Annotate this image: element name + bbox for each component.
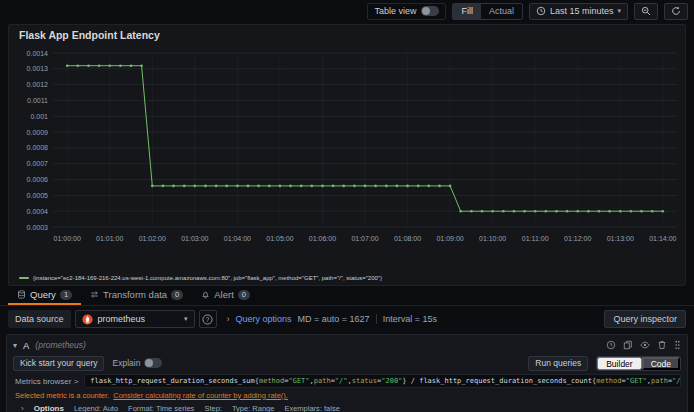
transform-icon <box>90 290 99 299</box>
chart-legend: {instance="ec2-184-169-216-224.us-west-1… <box>9 270 685 285</box>
panel-title[interactable]: Flask App Endpoint Latency <box>9 25 685 45</box>
chevron-right-icon[interactable]: › <box>21 404 24 412</box>
options-summary: Legend: AutoFormat: Time seriesStep:Type… <box>74 404 340 412</box>
svg-text:01:00:00: 01:00:00 <box>54 235 81 242</box>
query-options-toggle[interactable]: › Query options MD = auto = 1627 Interva… <box>227 314 437 324</box>
editor-tabs: Query 1 Transform data 0 Alert 0 <box>0 286 694 306</box>
svg-text:0.0014: 0.0014 <box>27 50 49 57</box>
builder-code-group: Builder Code <box>596 356 681 371</box>
svg-text:0.0005: 0.0005 <box>27 192 49 199</box>
svg-text:?: ? <box>206 315 210 322</box>
time-range-label: Last 15 minutes <box>550 6 614 16</box>
metrics-browser-row: Metrics browser > flask_http_request_dur… <box>13 373 681 389</box>
svg-text:0.0008: 0.0008 <box>27 144 49 151</box>
fill-actual-group: Fill Actual <box>452 3 523 20</box>
datasource-help-button[interactable]: ? <box>199 310 217 328</box>
legend-series-swatch <box>19 277 29 279</box>
duplicate-query-icon[interactable] <box>623 340 633 350</box>
promql-expression[interactable]: flask_http_request_duration_seconds_sum{… <box>90 377 681 385</box>
latency-panel: Flask App Endpoint Latency 0.00140.00130… <box>8 24 686 286</box>
counter-warning-row: Selected metric is a counter. Consider c… <box>13 389 681 401</box>
panel-editor-toolbar: Table view Fill Actual Last 15 minutes ▾ <box>0 0 694 22</box>
svg-text:0.0009: 0.0009 <box>27 129 49 136</box>
tab-query-label: Query <box>30 289 56 300</box>
counter-warning-text: Selected metric is a counter. <box>15 391 109 400</box>
query-options-label: Query options <box>236 314 292 324</box>
explain-toggle-group: Explain <box>112 358 162 368</box>
metrics-browser-button[interactable]: Metrics browser > <box>13 377 78 386</box>
svg-text:01:14:00: 01:14:00 <box>649 235 676 242</box>
query-editor-card: ▾ A (prometheus) Kick start your query E… <box>6 334 688 412</box>
time-range-picker[interactable]: Last 15 minutes ▾ <box>529 3 628 20</box>
tab-alert-count: 0 <box>238 290 250 300</box>
promql-editor[interactable]: flask_http_request_duration_seconds_sum{… <box>84 374 681 388</box>
query-options-md: MD = auto = 1627 <box>298 314 370 324</box>
tab-query-count: 1 <box>60 290 72 300</box>
disable-query-eye-icon[interactable] <box>640 340 650 350</box>
delete-query-trash-icon[interactable] <box>657 340 667 350</box>
svg-text:01:05:00: 01:05:00 <box>266 235 293 242</box>
actual-button[interactable]: Actual <box>481 4 522 19</box>
database-icon <box>17 290 26 299</box>
svg-text:0.0013: 0.0013 <box>27 65 49 72</box>
svg-text:0.0007: 0.0007 <box>27 160 49 167</box>
chevron-down-icon: ▾ <box>184 315 188 323</box>
svg-text:01:11:00: 01:11:00 <box>522 235 549 242</box>
chart-area: 0.00140.00130.00120.00110.0010.00090.000… <box>9 45 685 270</box>
tab-transform-data[interactable]: Transform data 0 <box>81 286 192 305</box>
latency-chart[interactable]: 0.00140.00130.00120.00110.0010.00090.000… <box>9 45 685 257</box>
svg-text:01:03:00: 01:03:00 <box>181 235 208 242</box>
collapse-chevron-icon[interactable]: ▾ <box>13 341 17 350</box>
options-label[interactable]: Options <box>34 404 64 412</box>
refresh-icon <box>671 6 681 16</box>
datasource-select[interactable]: prometheus ▾ <box>75 310 195 328</box>
clock-icon <box>536 6 546 16</box>
magnifier-minus-icon <box>641 6 651 16</box>
datasource-value: prometheus <box>98 314 179 324</box>
query-inspector-button[interactable]: Query inspector <box>604 310 686 328</box>
query-options-interval: Interval = 15s <box>376 314 437 324</box>
svg-text:01:02:00: 01:02:00 <box>139 235 166 242</box>
counter-warning-link[interactable]: Consider calculating rate of counter by … <box>113 391 288 400</box>
query-datasource-hint: (prometheus) <box>35 340 86 350</box>
svg-text:0.0004: 0.0004 <box>27 208 49 215</box>
svg-text:0.0011: 0.0011 <box>27 97 48 104</box>
explain-switch[interactable] <box>144 358 162 368</box>
legend-series-label[interactable]: {instance="ec2-184-169-216-224.us-west-1… <box>33 275 382 281</box>
svg-text:0.0012: 0.0012 <box>27 81 49 88</box>
svg-text:01:01:00: 01:01:00 <box>96 235 123 242</box>
table-view-toggle-group[interactable]: Table view <box>367 3 446 20</box>
kick-start-query-button[interactable]: Kick start your query <box>13 356 104 371</box>
svg-text:01:08:00: 01:08:00 <box>394 235 421 242</box>
code-button[interactable]: Code <box>642 357 680 370</box>
svg-text:01:12:00: 01:12:00 <box>564 235 591 242</box>
table-view-switch[interactable] <box>421 6 439 16</box>
tab-transform-label: Transform data <box>103 289 167 300</box>
query-options-footer: › Options Legend: AutoFormat: Time serie… <box>13 401 681 412</box>
svg-text:0.0003: 0.0003 <box>27 224 49 231</box>
prometheus-icon <box>82 314 93 325</box>
zoom-out-button[interactable] <box>634 3 658 20</box>
tab-transform-count: 0 <box>171 290 183 300</box>
tab-alert[interactable]: Alert 0 <box>192 286 259 305</box>
drag-handle-icon[interactable] <box>674 340 681 350</box>
fill-button[interactable]: Fill <box>453 4 481 19</box>
query-ref-id[interactable]: A <box>23 340 29 351</box>
refresh-button[interactable] <box>664 3 688 20</box>
svg-text:01:06:00: 01:06:00 <box>309 235 336 242</box>
datasource-row: Data source prometheus ▾ ? › Query optio… <box>0 306 694 332</box>
svg-text:01:13:00: 01:13:00 <box>607 235 634 242</box>
run-queries-button[interactable]: Run queries <box>528 356 588 371</box>
svg-text:01:10:00: 01:10:00 <box>479 235 506 242</box>
query-tools-row: Kick start your query Explain Run querie… <box>13 353 681 373</box>
svg-text:0.001: 0.001 <box>30 113 48 120</box>
tab-query[interactable]: Query 1 <box>8 286 81 305</box>
chevron-right-icon: › <box>227 314 230 324</box>
query-row-header: ▾ A (prometheus) <box>13 337 681 353</box>
explain-label: Explain <box>112 358 140 368</box>
datasource-label: Data source <box>8 310 71 328</box>
history-clock-icon[interactable] <box>606 340 616 350</box>
builder-button[interactable]: Builder <box>597 357 641 370</box>
table-view-label: Table view <box>374 6 416 16</box>
chevron-down-icon: ▾ <box>617 7 621 15</box>
